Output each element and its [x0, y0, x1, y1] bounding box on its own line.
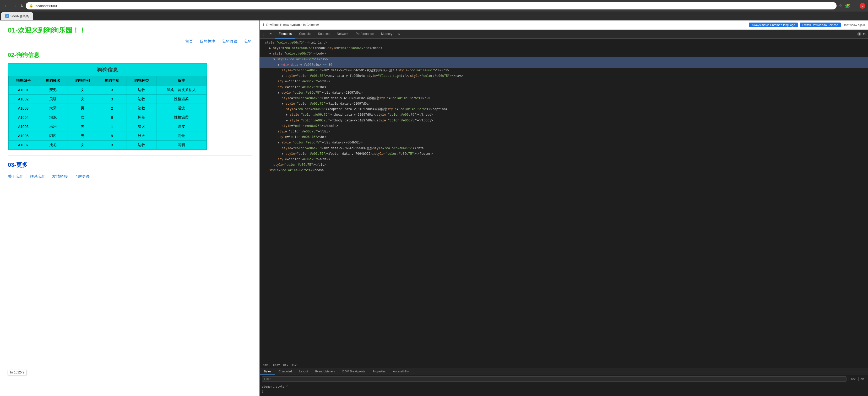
section3-title: 03-更多 — [8, 161, 252, 169]
code-line[interactable]: style="color:#e06c75"></div> — [260, 162, 868, 168]
table-cell: 贝塔 — [38, 95, 68, 104]
code-line[interactable]: ▶ style="color:#e06c75"><thead data-v-61… — [260, 112, 868, 118]
bookmark-button[interactable]: ☆ — [839, 3, 842, 8]
always-match-button[interactable]: Always match Chrome's language — [749, 23, 798, 27]
table-cell: A1003 — [9, 104, 38, 113]
table-cell: 男 — [68, 132, 97, 141]
table-cell: A1002 — [9, 95, 38, 104]
table-row: A1007托尼女3边牧聪明 — [9, 141, 207, 150]
code-line[interactable]: ▼ style="color:#e06c75"><div data-v-7664… — [260, 140, 868, 146]
table-cell: A1004 — [9, 113, 38, 122]
breadcrumb-div1[interactable]: div — [282, 363, 289, 367]
table-cell: 活泼 — [156, 104, 207, 113]
table-row: A1003大牙男2边牧活泼 — [9, 104, 207, 113]
code-line[interactable]: style="color:#e06c75"><h2 data-v-7664b02… — [260, 146, 868, 151]
code-line[interactable]: style="color:#e06c75"><html lang> — [260, 40, 868, 46]
code-line[interactable]: style="color:#e06c75"><h2 data-v-fc905c4… — [260, 68, 868, 74]
col-gender: 狗狗性别 — [68, 76, 97, 85]
code-line[interactable]: style="color:#e06c75"><hr> — [260, 85, 868, 90]
breadcrumb-div2[interactable]: div — [290, 363, 298, 367]
code-line[interactable]: style="color:#e06c75"></body> — [260, 168, 868, 173]
breadcrumb-html[interactable]: html — [262, 363, 271, 367]
menu-button[interactable]: ⋮ — [853, 3, 857, 8]
forward-button[interactable]: → — [11, 3, 18, 9]
code-line[interactable]: style="color:#e06c75"><caption data-v-61… — [260, 107, 868, 112]
active-tab[interactable]: C CSDN@奥奥 — [1, 12, 33, 20]
nav-link-collect[interactable]: 我的收藏 — [222, 39, 238, 44]
col-breed: 狗狗种类 — [127, 76, 156, 85]
tab-performance[interactable]: Performance — [352, 30, 377, 38]
code-line[interactable]: ▶ style="color:#e06c75"><head>…style="co… — [260, 46, 868, 51]
code-line[interactable]: style="color:#e06c75"></div> — [260, 129, 868, 135]
styles-tab-layout[interactable]: Layout — [296, 368, 312, 375]
styles-filter-input[interactable] — [262, 376, 846, 381]
table-cell: A1005 — [9, 122, 38, 132]
code-line[interactable]: ▼ style="color:#e06c75"><div data-v-6109… — [260, 90, 868, 96]
code-line[interactable]: style="color:#e06c75"></div> — [260, 157, 868, 162]
table-cell: 托尼 — [38, 141, 68, 150]
table-cell: 乐乐 — [38, 122, 68, 132]
table-row: A1001麦兜女3边牧温柔、调皮又粘人 — [9, 85, 207, 95]
table-header-row: 狗狗编号 狗狗姓名 狗狗性别 狗狗年龄 狗狗种类 备注 — [9, 76, 207, 85]
responsive-mode-button[interactable]: ≡ — [268, 31, 273, 37]
footer-link-about[interactable]: 关于我们 — [8, 174, 24, 178]
address-bar[interactable]: 🔒 localhost:8080 — [26, 2, 837, 9]
styles-filter: :hov .cls — [260, 375, 868, 383]
devtools-tabs-bar: ⬚ ≡ Elements Console Sources Network Per… — [260, 30, 868, 38]
tab-network[interactable]: Network — [333, 30, 352, 38]
footer-link-contact[interactable]: 联系我们 — [30, 174, 45, 178]
tab-console[interactable]: Console — [296, 30, 314, 38]
styles-filter-buttons: :hov .cls — [848, 377, 866, 381]
table-caption: 狗狗信息 — [8, 64, 207, 76]
styles-content: element.style { } — [260, 383, 868, 396]
class-filter-button[interactable]: .cls — [858, 377, 866, 381]
refresh-button[interactable]: ↻ — [21, 4, 24, 8]
switch-devtools-button[interactable]: Switch DevTools to Chinese — [800, 23, 841, 27]
tab-sources[interactable]: Sources — [314, 30, 333, 38]
code-line[interactable]: style="color:#e06c75"><h2 data-v-61097d0… — [260, 96, 868, 101]
styles-tab-dom-breakpoints[interactable]: DOM Breakpoints — [339, 368, 369, 375]
footer-link-friends[interactable]: 友情链接 — [52, 174, 68, 178]
browser-actions: ☆ 🧩 ⋮ C — [839, 3, 865, 9]
code-line[interactable]: ▶ style="color:#e06c75"><tbody data-v-61… — [260, 118, 868, 123]
extensions-button[interactable]: 🧩 — [845, 3, 850, 8]
back-button[interactable]: ← — [3, 3, 9, 9]
hover-filter-button[interactable]: :hov — [848, 377, 857, 381]
tab-elements[interactable]: Elements — [275, 30, 296, 38]
lock-icon: 🔒 — [29, 4, 33, 8]
dont-show-link[interactable]: Don't show again — [843, 23, 865, 27]
devtools-notification: ℹ DevTools is now available in Chinese! … — [260, 21, 868, 30]
code-line[interactable]: ▼ style="color:#e06c75"><div> — [260, 57, 868, 62]
address-text: localhost:8080 — [35, 4, 833, 8]
table-cell: 性格温柔 — [156, 95, 207, 104]
col-id: 狗狗编号 — [9, 76, 38, 85]
table-cell: 调皮 — [156, 122, 207, 132]
more-tabs-button[interactable]: » — [396, 32, 402, 36]
styles-tab-accessibility[interactable]: Accessibility — [390, 368, 412, 375]
nav-link-home[interactable]: 首页 — [185, 39, 193, 44]
table-cell: 温柔、调皮又粘人 — [156, 85, 207, 95]
nav-link-follow[interactable]: 我的关注 — [199, 39, 215, 44]
code-line[interactable]: ▶ style="color:#e06c75"><nav data-v-fc90… — [260, 74, 868, 79]
code-line[interactable]: style="color:#e06c75"><hr> — [260, 135, 868, 140]
styles-tab-event-listeners[interactable]: Event Listeners — [312, 368, 339, 375]
devtools-breadcrumb: html body div div — [260, 362, 868, 368]
nav-link-mine[interactable]: 我的 — [244, 39, 252, 44]
code-line[interactable]: ▶ style="color:#e06c75"><footer data-v-7… — [260, 151, 868, 157]
footer-link-more[interactable]: 了解更多 — [74, 174, 90, 178]
code-line[interactable]: ▼ style="color:#e06c75"><table data-v-61… — [260, 101, 868, 107]
col-name: 狗狗姓名 — [38, 76, 68, 85]
browser-chrome: ← → ↻ 🔒 localhost:8080 ☆ 🧩 ⋮ C — [0, 0, 868, 11]
inspect-element-button[interactable]: ⬚ — [262, 31, 267, 37]
code-line[interactable]: ▼ <div data-v-fc905c4c> == $0 — [260, 62, 868, 68]
tab-memory[interactable]: Memory — [377, 30, 396, 38]
code-line[interactable]: style="color:#e06c75"></div> — [260, 79, 868, 84]
styles-tab-computed[interactable]: Computed — [275, 368, 296, 375]
code-line[interactable]: style="color:#e06c75"></table> — [260, 123, 868, 129]
styles-tab-properties[interactable]: Properties — [369, 368, 389, 375]
code-line[interactable]: ▼ style="color:#e06c75"><body> — [260, 51, 868, 57]
breadcrumb-body[interactable]: body — [272, 363, 281, 367]
styles-tab-styles[interactable]: Styles — [260, 368, 275, 375]
table-cell: 高傲 — [156, 132, 207, 141]
settings-button[interactable]: ⚙ — [862, 31, 867, 37]
